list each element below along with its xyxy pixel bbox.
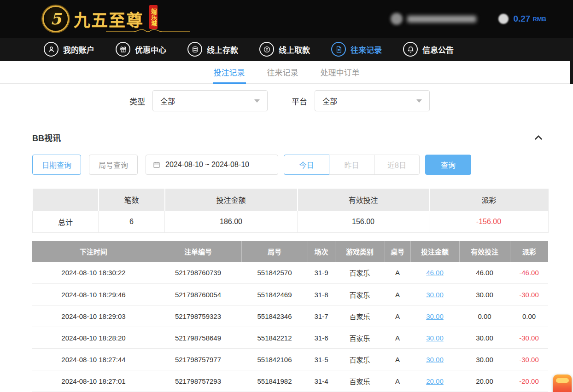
bet-amount-link[interactable]: 30.00 (426, 334, 444, 342)
user-avatar[interactable] (391, 13, 403, 25)
nav-label: 信息公告 (422, 44, 454, 55)
nav-item-promotions[interactable]: 优惠中心 (116, 42, 166, 57)
user-icon (44, 42, 58, 57)
summary-count: 6 (99, 211, 165, 232)
date-range-picker[interactable]: 2024-08-10 ~ 2024-08-10 (146, 155, 278, 175)
bet-amount-link[interactable]: 46.00 (426, 269, 444, 277)
chevron-down-icon (254, 99, 260, 103)
brand-logo[interactable]: 5 九五至尊 娱乐城 (42, 6, 158, 32)
cell-table-no: A (385, 327, 410, 349)
summary-header-count: 笔数 (99, 189, 165, 211)
date-range-value: 2024-08-10 ~ 2024-08-10 (165, 161, 249, 169)
cell-table-no: A (385, 306, 410, 327)
floating-promo-icon[interactable] (553, 375, 572, 392)
col-payout: 派彩 (510, 241, 548, 262)
col-bet-no: 注单编号 (155, 241, 241, 262)
cell-bet-no: 521798758649 (155, 327, 241, 349)
summary-header-valid-bet: 有效投注 (298, 189, 429, 211)
cell-valid-bet: 30.00 (459, 327, 510, 349)
logo-emblem-icon: 5 (42, 6, 69, 32)
col-session: 场次 (308, 241, 335, 262)
cell-bet-no: 521798760739 (155, 262, 241, 284)
record-icon (331, 42, 346, 57)
summary-header-row: 笔数 投注金额 有效投注 派彩 (33, 189, 549, 211)
cell-bet-no: 521798759323 (155, 306, 241, 327)
tab-bet-records[interactable]: 投注记录 (213, 61, 246, 83)
cell-bet-no: 521798760054 (155, 284, 241, 306)
balance-currency: RMB (532, 16, 546, 23)
cell-table-no: A (385, 284, 410, 306)
brand-tag: 娱乐城 (149, 5, 158, 29)
cell-round-no: 551842106 (241, 349, 308, 370)
search-button[interactable]: 查询 (425, 155, 471, 175)
table-row: 2024-08-10 18:27:01 521798757293 5518419… (32, 370, 548, 392)
tab-transaction-records[interactable]: 往来记录 (266, 61, 299, 83)
summary-header-payout: 派彩 (429, 189, 549, 211)
tab-processing-orders[interactable]: 处理中订单 (320, 61, 361, 83)
date-query-button[interactable]: 日期查询 (32, 155, 81, 175)
summary-header-empty (33, 189, 99, 211)
today-button[interactable]: 今日 (284, 155, 329, 175)
section-header: BB视讯 (32, 132, 548, 144)
nav-item-announcements[interactable]: 信息公告 (403, 42, 454, 57)
top-header: 5 九五至尊 娱乐城 0.27 RMB (0, 0, 573, 38)
cell-game: 百家乐 (335, 262, 385, 284)
cell-round-no: 551842469 (241, 284, 308, 306)
right-edge-strip (570, 61, 573, 84)
type-filter-label: 类型 (129, 95, 145, 107)
cell-table-no: A (385, 262, 410, 284)
summary-payout: -156.00 (429, 211, 549, 232)
cell-round-no: 551841982 (241, 370, 308, 392)
nav-item-deposit[interactable]: 线上存款 (187, 42, 238, 57)
round-query-button[interactable]: 局号查询 (89, 155, 138, 175)
chevron-up-icon[interactable] (532, 132, 544, 144)
nav-label: 优惠中心 (135, 44, 166, 55)
cell-session: 31-7 (308, 306, 335, 327)
col-table-no: 桌号 (385, 241, 410, 262)
query-controls: 日期查询 局号查询 2024-08-10 ~ 2024-08-10 今日 昨日 … (32, 155, 548, 175)
summary-valid-bet: 156.00 (298, 211, 429, 232)
balance-amount: 0.27 (513, 14, 530, 24)
last-8-days-button[interactable]: 近8日 (374, 155, 420, 175)
filter-row: 类型 全部 平台 全部 (129, 90, 548, 111)
type-select-value: 全部 (160, 95, 175, 106)
cell-payout: 0.00 (510, 306, 548, 327)
cell-bet-time: 2024-08-10 18:27:01 (32, 370, 155, 392)
yesterday-button[interactable]: 昨日 (329, 155, 374, 175)
bet-amount-link[interactable]: 20.00 (426, 377, 444, 385)
chevron-down-icon (416, 99, 422, 103)
cell-game: 百家乐 (335, 370, 385, 392)
cell-bet-time: 2024-08-10 18:29:03 (32, 306, 155, 327)
bet-amount-link[interactable]: 30.00 (426, 356, 444, 363)
nav-item-withdraw[interactable]: 线上取款 (259, 42, 310, 57)
main-nav: 我的账户 优惠中心 线上存款 线上取款 (0, 38, 573, 61)
type-select[interactable]: 全部 (152, 90, 268, 111)
col-bet-amount: 投注金额 (410, 241, 459, 262)
cell-valid-bet: 30.00 (459, 284, 510, 306)
nav-label: 线上取款 (279, 44, 310, 55)
nav-label: 线上存款 (207, 44, 238, 55)
coins-icon (187, 42, 202, 57)
cell-session: 31-5 (308, 349, 335, 370)
nav-label: 往来记录 (351, 44, 382, 55)
bet-amount-link[interactable]: 30.00 (426, 312, 444, 320)
cell-bet-no: 521798757977 (155, 349, 241, 370)
cell-table-no: A (385, 370, 410, 392)
cell-valid-bet: 0.00 (459, 306, 510, 327)
coin-icon (498, 14, 509, 24)
platform-select[interactable]: 全部 (315, 90, 430, 111)
main-content: 类型 全部 平台 全部 BB视讯 日期查询 局号查询 2024-08-10 ~ … (0, 90, 573, 392)
sub-tabbar: 投注记录 往来记录 处理中订单 (0, 61, 573, 84)
quick-date-group: 今日 昨日 近8日 (284, 155, 420, 175)
cell-game: 百家乐 (335, 284, 385, 306)
nav-item-my-account[interactable]: 我的账户 (44, 42, 94, 57)
col-valid-bet: 有效投注 (459, 241, 510, 262)
cell-round-no: 551842346 (241, 306, 308, 327)
nav-item-records[interactable]: 往来记录 (331, 42, 382, 57)
bet-amount-link[interactable]: 30.00 (426, 291, 444, 299)
gift-icon (116, 42, 130, 57)
table-row: 2024-08-10 18:29:03 521798759323 5518423… (32, 306, 548, 327)
table-row: 2024-08-10 18:29:46 521798760054 5518424… (32, 284, 548, 306)
platform-filter-label: 平台 (292, 95, 307, 107)
cell-bet-time: 2024-08-10 18:29:46 (32, 284, 155, 306)
